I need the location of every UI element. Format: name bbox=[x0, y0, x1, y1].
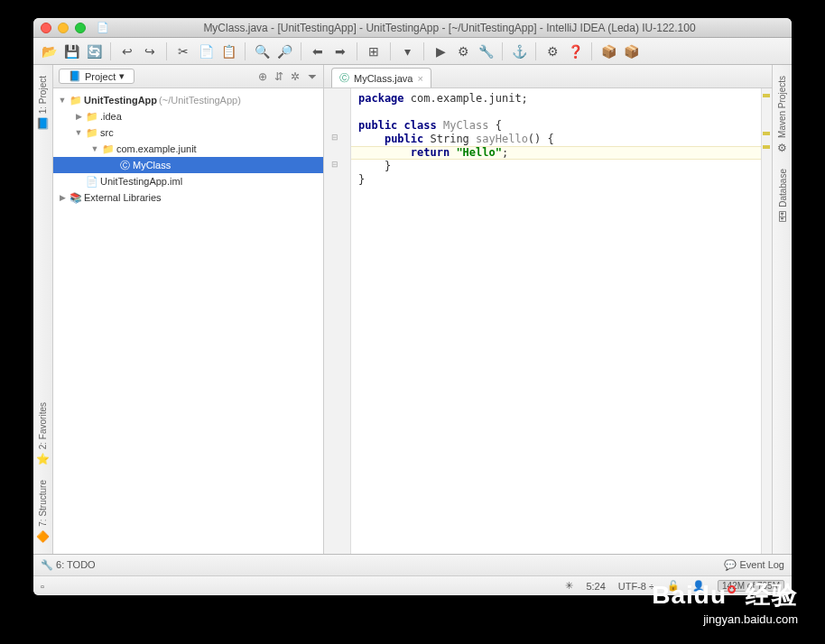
project-panel-header: 📘 Project ▾ ⊕⇵✲⏷ bbox=[53, 65, 323, 88]
toolbar-button-17[interactable]: ⚓ bbox=[509, 41, 529, 61]
toolbar-button-6[interactable]: 📄 bbox=[196, 41, 216, 61]
main-toolbar: 📂💾🔄↩↪✂📄📋🔍🔎⬅➡⊞▾▶⚙🔧⚓⚙❓📦📦 bbox=[33, 38, 792, 65]
editor-gutter[interactable]: ⊟⊟ bbox=[324, 88, 351, 554]
toolbar-button-13[interactable]: ▾ bbox=[397, 41, 417, 61]
editor-tab[interactable]: Ⓒ MyClass.java × bbox=[331, 68, 431, 87]
editor-body: ⊟⊟ package com.example.junit; public cla… bbox=[324, 88, 772, 554]
project-tree[interactable]: ▼📁UnitTestingApp (~/UnitTestingApp)▶📁.id… bbox=[53, 88, 323, 554]
toolbar-button-3[interactable]: ↩ bbox=[117, 41, 137, 61]
window-controls bbox=[41, 23, 86, 33]
project-panel: 📘 Project ▾ ⊕⇵✲⏷ ▼📁UnitTestingApp (~/Uni… bbox=[53, 65, 324, 554]
project-icon: 📘 bbox=[69, 70, 81, 82]
document-icon: 📄 bbox=[97, 22, 109, 33]
toolbar-button-8[interactable]: 🔍 bbox=[252, 41, 272, 61]
todo-button[interactable]: 🔧 6: TODO bbox=[41, 559, 96, 571]
rail-maven-projects[interactable]: ⚙Maven Projects bbox=[777, 72, 787, 158]
minimize-window-button[interactable] bbox=[58, 23, 69, 33]
project-view-label: Project bbox=[85, 71, 116, 82]
encoding-selector[interactable]: UTF-8 ÷ bbox=[618, 581, 654, 592]
close-tab-icon[interactable]: × bbox=[417, 73, 422, 84]
project-view-combo[interactable]: 📘 Project ▾ bbox=[59, 69, 134, 84]
rail-database[interactable]: 🗄Database bbox=[777, 165, 788, 227]
ide-window: 📄 MyClass.java - [UnitTestingApp] - Unit… bbox=[33, 18, 792, 595]
toolbar-button-0[interactable]: 📂 bbox=[39, 41, 59, 61]
toolbar-button-12[interactable]: ⊞ bbox=[364, 41, 384, 61]
right-tool-rail: ⚙Maven Projects🗄Database bbox=[772, 65, 792, 554]
rail-1-project[interactable]: 📘1: Project bbox=[36, 72, 50, 133]
editor-tabbar: Ⓒ MyClass.java × bbox=[324, 65, 772, 88]
tree-node[interactable]: ▶📚External Libraries bbox=[53, 189, 323, 206]
toolbar-button-19[interactable]: ❓ bbox=[565, 41, 585, 61]
toolbar-button-10[interactable]: ⬅ bbox=[308, 41, 328, 61]
caret-position[interactable]: 5:24 bbox=[586, 581, 605, 592]
toolbar-button-14[interactable]: ▶ bbox=[431, 41, 450, 61]
toolbar-button-11[interactable]: ➡ bbox=[330, 41, 350, 61]
tree-node[interactable]: ▼📁UnitTestingApp (~/UnitTestingApp) bbox=[53, 92, 323, 108]
panel-header-icon[interactable]: ✲ bbox=[291, 70, 300, 83]
status-corner-icon[interactable]: ▫ bbox=[41, 581, 44, 592]
fold-marker[interactable]: ⊟ bbox=[331, 160, 338, 169]
tree-node[interactable]: ▼📁src bbox=[53, 124, 323, 141]
fold-marker[interactable]: ⊟ bbox=[331, 133, 338, 142]
editor-tab-label: MyClass.java bbox=[354, 73, 412, 84]
editor-area: Ⓒ MyClass.java × ⊟⊟ package com.example.… bbox=[324, 65, 772, 554]
toolbar-button-20[interactable]: 📦 bbox=[598, 41, 618, 61]
toolbar-button-18[interactable]: ⚙ bbox=[542, 41, 562, 61]
rail-2-favorites[interactable]: ⭐2: Favorites bbox=[36, 399, 50, 469]
ide-body: 📘1: Project ⭐2: Favorites🔶7: Structure 📘… bbox=[33, 65, 792, 554]
toolbar-button-9[interactable]: 🔎 bbox=[274, 41, 294, 61]
tree-node[interactable]: ▼📁com.example.junit bbox=[53, 141, 323, 157]
panel-header-icon[interactable]: ⊕ bbox=[258, 70, 267, 83]
toolbar-button-21[interactable]: 📦 bbox=[621, 41, 641, 61]
zoom-window-button[interactable] bbox=[75, 23, 86, 33]
toolbar-button-5[interactable]: ✂ bbox=[173, 41, 193, 61]
window-title: MyClass.java - [UnitTestingApp] - UnitTe… bbox=[115, 22, 784, 34]
tree-node[interactable]: 📄UnitTestingApp.iml bbox=[53, 173, 323, 189]
warning-marker[interactable] bbox=[763, 132, 770, 135]
toolbar-button-2[interactable]: 🔄 bbox=[84, 41, 104, 61]
progress-icon: ✳ bbox=[565, 580, 573, 592]
titlebar[interactable]: 📄 MyClass.java - [UnitTestingApp] - Unit… bbox=[33, 18, 792, 38]
toolbar-button-7[interactable]: 📋 bbox=[218, 41, 238, 61]
baidu-watermark: Baidu° 经验 jingyan.baidu.com bbox=[652, 578, 798, 613]
toolbar-button-16[interactable]: 🔧 bbox=[476, 41, 496, 61]
close-window-button[interactable] bbox=[41, 23, 51, 33]
rail-7-structure[interactable]: 🔶7: Structure bbox=[36, 476, 50, 547]
error-stripe[interactable] bbox=[761, 88, 772, 554]
toolbar-button-15[interactable]: ⚙ bbox=[453, 41, 473, 61]
panel-header-icon[interactable]: ⇵ bbox=[274, 70, 283, 83]
toolbar-button-1[interactable]: 💾 bbox=[61, 41, 81, 61]
left-tool-rail: 📘1: Project ⭐2: Favorites🔶7: Structure bbox=[33, 65, 53, 554]
code-editor[interactable]: package com.example.junit; public class … bbox=[351, 88, 761, 190]
bottom-toolbar: 🔧 6: TODO 💬 Event Log bbox=[33, 554, 792, 575]
event-log-button[interactable]: 💬 Event Log bbox=[724, 559, 784, 571]
tree-node[interactable]: ⒸMyClass bbox=[53, 157, 323, 173]
panel-header-icon[interactable]: ⏷ bbox=[307, 70, 318, 83]
class-icon: Ⓒ bbox=[339, 71, 349, 85]
warning-marker[interactable] bbox=[763, 145, 770, 149]
tree-node[interactable]: ▶📁.idea bbox=[53, 108, 323, 124]
chevron-down-icon: ▾ bbox=[119, 70, 125, 82]
warning-marker[interactable] bbox=[763, 94, 770, 97]
toolbar-button-4[interactable]: ↪ bbox=[140, 41, 160, 61]
